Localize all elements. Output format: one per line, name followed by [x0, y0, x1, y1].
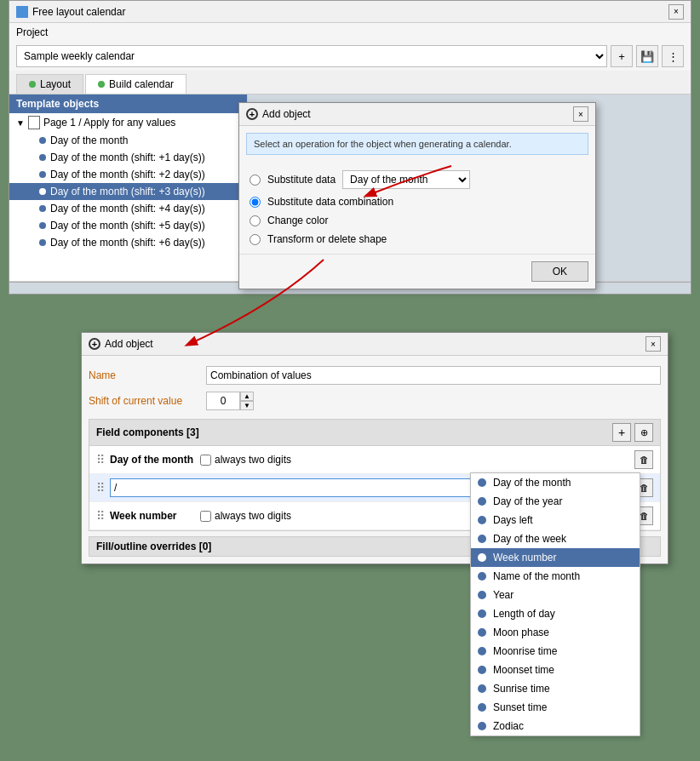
dropdown-dot-2: [478, 516, 486, 524]
shift-input[interactable]: [206, 392, 240, 410]
dropdown-dot-9: [478, 647, 486, 655]
tab-build-calendar[interactable]: Build calendar: [85, 74, 186, 94]
dropdown-item-0[interactable]: Day of the month: [471, 473, 640, 492]
sidebar-item-0[interactable]: Day of the month: [9, 132, 247, 149]
radio-combination-label: Substitute data combination: [267, 196, 393, 208]
dialog2-title-icon: +: [89, 338, 100, 350]
radio-color[interactable]: [250, 215, 261, 226]
sidebar-item-1[interactable]: Day of the month (shift: +1 day(s)): [9, 149, 247, 166]
dropdown-item-12[interactable]: Sunset time: [471, 698, 640, 717]
tree-dot-6: [39, 239, 46, 246]
shift-up-button[interactable]: ▲: [240, 392, 254, 401]
sidebar: Template objects ▼ Page 1 / Apply for an…: [9, 94, 248, 281]
dropdown-item-4[interactable]: Week number: [471, 548, 640, 567]
sidebar-item-2[interactable]: Day of the month (shift: +2 day(s)): [9, 166, 247, 183]
drag-handle-1[interactable]: ⠿: [96, 481, 105, 495]
radio-row-color: Change color: [250, 211, 585, 230]
drag-handle-0[interactable]: ⠿: [96, 453, 105, 466]
app-icon: [16, 6, 28, 18]
dropdown-item-5[interactable]: Name of the month: [471, 567, 640, 586]
project-select[interactable]: Sample weekly calendar: [16, 45, 607, 67]
dropdown-label-8: Moon phase: [493, 627, 549, 638]
dialog1-ok-button[interactable]: OK: [531, 261, 588, 282]
substitute-dropdown[interactable]: Day of the month: [342, 170, 470, 189]
field-components-title: Field components [3]: [96, 426, 199, 438]
field-copy-button[interactable]: ⊕: [634, 423, 653, 442]
dropdown-dot-4: [478, 553, 486, 562]
page-icon: [28, 116, 40, 129]
dropdown-label-4: Week number: [493, 552, 556, 564]
dropdown-item-8[interactable]: Moon phase: [471, 623, 640, 642]
dropdown-label-2: Days left: [493, 514, 533, 526]
tree-dot-0: [39, 137, 46, 144]
project-bar: Sample weekly calendar + 💾 ⋮: [9, 42, 691, 71]
save-project-button[interactable]: 💾: [636, 45, 658, 67]
dropdown-item-6[interactable]: Year: [471, 586, 640, 604]
dropdown-dot-1: [478, 497, 486, 506]
delete-component-0[interactable]: 🗑: [634, 450, 653, 469]
page-label: Page 1 / Apply for any values: [43, 117, 175, 129]
always-two-digits-check-2[interactable]: [200, 511, 211, 522]
dropdown-dot-8: [478, 628, 486, 637]
dropdown-item-9[interactable]: Moonrise time: [471, 642, 640, 661]
dropdown-label-13: Zodiac: [493, 720, 524, 732]
dropdown-item-2[interactable]: Days left: [471, 511, 640, 529]
radio-transform-label: Transform or delete shape: [267, 233, 387, 245]
component-name-0: Day of the month: [110, 454, 195, 466]
dropdown-label-3: Day of the week: [493, 533, 566, 545]
sidebar-item-label-4: Day of the month (shift: +4 day(s)): [50, 203, 205, 215]
radio-substitute[interactable]: [250, 175, 261, 186]
sidebar-item-3[interactable]: Day of the month (shift: +3 day(s)): [9, 183, 247, 200]
sidebar-item-4[interactable]: Day of the month (shift: +4 day(s)): [9, 200, 247, 217]
dialog2-title-label: Add object: [105, 338, 153, 350]
dropdown-item-13[interactable]: Zodiac: [471, 717, 640, 735]
dialog2-title-group: + Add object: [89, 338, 153, 350]
field-components-actions: + ⊕: [612, 423, 653, 442]
dialog1-close-button[interactable]: ×: [573, 106, 588, 122]
dropdown-item-11[interactable]: Sunrise time: [471, 679, 640, 698]
field-components-header: Field components [3] + ⊕: [89, 419, 661, 446]
dropdown-label-0: Day of the month: [493, 477, 571, 489]
sidebar-item-label-1: Day of the month (shift: +1 day(s)): [50, 152, 205, 163]
dialog1-title-group: + Add object: [246, 108, 311, 120]
radio-transform[interactable]: [250, 234, 261, 245]
tab-build-label: Build calendar: [109, 78, 174, 90]
radio-color-label: Change color: [267, 215, 328, 226]
dropdown-label-10: Moonset time: [493, 664, 554, 676]
sidebar-item-6[interactable]: Day of the month (shift: +6 day(s)): [9, 234, 247, 251]
tab-layout-dot: [29, 81, 36, 88]
add-component-button[interactable]: +: [612, 423, 631, 442]
sidebar-header: Template objects: [9, 94, 247, 113]
dialog2-close-button[interactable]: ×: [645, 336, 661, 352]
dropdown-dot-13: [478, 722, 486, 730]
always-two-digits-check-0[interactable]: [200, 455, 211, 466]
radio-row-substitute: Substitute data Day of the month: [250, 167, 585, 192]
dropdown-label-5: Name of the month: [493, 570, 580, 582]
dropdown-item-3[interactable]: Day of the week: [471, 529, 640, 548]
sidebar-item-label-6: Day of the month (shift: +6 day(s)): [50, 237, 205, 249]
dropdown-item-1[interactable]: Day of the year: [471, 492, 640, 511]
name-input[interactable]: [206, 366, 661, 385]
dropdown-item-7[interactable]: Length of day: [471, 604, 640, 623]
add-project-button[interactable]: +: [611, 45, 633, 67]
menu-button[interactable]: ⋮: [662, 45, 684, 67]
tab-layout[interactable]: Layout: [16, 74, 83, 94]
main-close-button[interactable]: ×: [668, 4, 684, 20]
dropdown-label-9: Moonrise time: [493, 645, 557, 657]
dropdown-item-10[interactable]: Moonset time: [471, 661, 640, 679]
name-label: Name: [89, 369, 199, 381]
dropdown-label-1: Day of the year: [493, 495, 562, 507]
shift-down-button[interactable]: ▼: [240, 401, 254, 410]
component-row-0: ⠿ Day of the month always two digits 🗑: [89, 446, 660, 474]
dropdown-dot-0: [478, 478, 486, 487]
drag-handle-2[interactable]: ⠿: [96, 509, 105, 523]
sidebar-item-5[interactable]: Day of the month (shift: +5 day(s)): [9, 217, 247, 234]
tree-dot-1: [39, 154, 46, 161]
dialog1-titlebar: + Add object ×: [239, 103, 595, 126]
dropdown-dot-7: [478, 609, 486, 618]
dialog1-footer: OK: [239, 254, 595, 289]
dialog1-options: Substitute data Day of the month Substit…: [239, 162, 595, 254]
radio-combination[interactable]: [250, 197, 261, 208]
tree-arrow: ▼: [16, 118, 25, 128]
always-two-digits-label-2: always two digits: [200, 510, 291, 522]
